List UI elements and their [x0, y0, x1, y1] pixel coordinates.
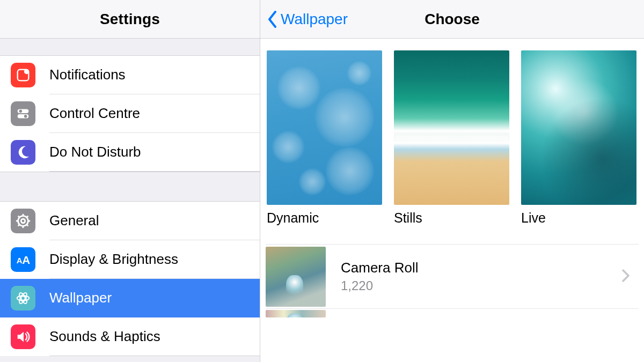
sidebar-item-label: Sounds & Haptics — [49, 317, 260, 356]
category-live[interactable]: Live — [521, 50, 636, 226]
sidebar-item-sounds-haptics[interactable]: Sounds & Haptics — [0, 317, 260, 356]
display-icon: AA — [11, 247, 35, 272]
sidebar-group-2: General AA Display & Brightness Wallpape… — [0, 202, 260, 356]
category-label: Live — [521, 210, 636, 226]
album-name: Camera Roll — [341, 260, 621, 276]
svg-line-12 — [18, 216, 20, 218]
notifications-icon — [11, 63, 35, 87]
sidebar-spacer — [0, 172, 260, 202]
back-label: Wallpaper — [281, 11, 348, 28]
speaker-icon — [11, 324, 35, 349]
sidebar-item-label: General — [49, 202, 260, 240]
live-thumbnail — [521, 50, 636, 205]
sidebar-item-label: Wallpaper — [49, 279, 260, 317]
dynamic-thumbnail — [267, 50, 382, 205]
category-label: Dynamic — [267, 210, 382, 226]
control-centre-icon — [11, 101, 35, 126]
sidebar-item-notifications[interactable]: Notifications — [0, 56, 260, 94]
sidebar-item-wallpaper[interactable]: Wallpaper — [0, 279, 260, 317]
sidebar-item-do-not-disturb[interactable]: Do Not Disturb — [0, 133, 260, 172]
wallpaper-categories: Dynamic Stills Live — [266, 50, 639, 226]
category-label: Stills — [394, 210, 509, 226]
chevron-left-icon — [267, 10, 279, 28]
settings-sidebar: Settings Notifications Control Centre — [0, 0, 260, 362]
detail-pane: Wallpaper Choose Dynamic — [260, 0, 644, 362]
album-count: 1,220 — [341, 278, 621, 293]
album-camera-roll[interactable]: Camera Roll 1,220 — [266, 244, 639, 308]
back-button[interactable]: Wallpaper — [260, 10, 348, 28]
svg-point-18 — [21, 296, 25, 300]
sidebar-item-display-brightness[interactable]: AA Display & Brightness — [0, 240, 260, 279]
sidebar-item-label: Do Not Disturb — [49, 133, 260, 172]
svg-line-15 — [27, 216, 28, 218]
sidebar-item-label: Display & Brightness — [49, 240, 260, 279]
settings-app: Settings Notifications Control Centre — [0, 0, 644, 362]
chevron-right-icon — [621, 269, 630, 285]
svg-line-14 — [18, 225, 20, 226]
photo-albums: Camera Roll 1,220 — [266, 244, 639, 318]
sidebar-title: Settings — [100, 11, 160, 28]
moon-icon — [11, 140, 35, 165]
sidebar-item-control-centre[interactable]: Control Centre — [0, 94, 260, 133]
svg-point-3 — [19, 110, 23, 113]
sidebar-item-label: Notifications — [49, 56, 260, 94]
svg-text:A: A — [17, 256, 23, 265]
album-thumbnail — [266, 310, 326, 317]
sidebar-item-label: Control Centre — [49, 94, 260, 133]
stills-thumbnail — [394, 50, 509, 205]
sidebar-item-general[interactable]: General — [0, 202, 260, 240]
sidebar-header: Settings — [0, 0, 260, 39]
sidebar-spacer — [0, 39, 260, 56]
svg-point-1 — [24, 69, 29, 74]
category-stills[interactable]: Stills — [394, 50, 509, 226]
wallpaper-icon — [11, 286, 35, 311]
sidebar-group-1: Notifications Control Centre Do Not Dist… — [0, 56, 260, 172]
detail-header: Wallpaper Choose — [260, 0, 644, 39]
detail-body: Dynamic Stills Live Camera Roll 1,220 — [260, 39, 644, 362]
category-dynamic[interactable]: Dynamic — [267, 50, 382, 226]
gear-icon — [11, 209, 35, 233]
svg-point-7 — [21, 219, 25, 223]
svg-text:A: A — [22, 254, 30, 266]
album-thumbnail — [266, 247, 326, 307]
svg-point-5 — [24, 115, 27, 118]
album-row-partial[interactable] — [266, 308, 639, 318]
svg-line-13 — [27, 225, 28, 226]
album-text: Camera Roll 1,220 — [341, 260, 621, 293]
